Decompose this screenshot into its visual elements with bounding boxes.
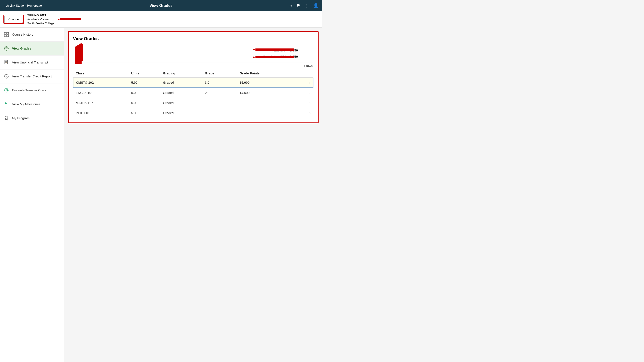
- cell-class: ENGL& 101: [73, 88, 128, 98]
- cell-grade: [202, 98, 237, 108]
- view-grades-panel: View Grades Term GPA 2.950: [68, 31, 318, 123]
- chart-icon: [4, 45, 10, 51]
- main-layout: Course History View Grades View Unoffici…: [0, 28, 322, 362]
- college-label: South Seattle College: [27, 21, 54, 25]
- svg-rect-5: [7, 35, 8, 37]
- page-title: View Grades: [150, 3, 172, 8]
- cell-units: 5.00: [128, 98, 160, 108]
- cell-grade-points: 14.500: [237, 88, 298, 98]
- grades-table-body: CMST& 102 5.00 Graded 3.0 15.000 › ENGL&…: [73, 77, 313, 118]
- col-grading: Grading: [160, 69, 202, 77]
- table-row[interactable]: PHIL 110 5.00 Graded ›: [73, 108, 313, 118]
- svg-point-16: [5, 116, 8, 119]
- flag-icon[interactable]: ⚑: [296, 3, 300, 8]
- more-options-icon[interactable]: ⋮: [304, 3, 309, 8]
- svg-rect-4: [4, 35, 6, 37]
- back-arrow-icon: ‹: [4, 4, 4, 7]
- sidebar-evaluate-transfer-label: Evaluate Transfer Credit: [12, 88, 47, 92]
- header-row: Change SPRING 2021 Academic Career South…: [0, 11, 322, 28]
- ribbon-icon: [4, 115, 10, 121]
- gpa-section: Term GPA 2.950 Cumulative GPA 2.950: [73, 45, 314, 62]
- person-circle-icon: [4, 73, 10, 79]
- cell-grading: Graded: [160, 108, 202, 118]
- sidebar-view-grades-label: View Grades: [12, 46, 31, 50]
- table-row[interactable]: MATH& 107 5.00 Graded ›: [73, 98, 313, 108]
- sidebar-item-course-history[interactable]: Course History: [0, 28, 64, 42]
- sidebar: Course History View Grades View Unoffici…: [0, 28, 64, 362]
- back-button[interactable]: ‹ ctcLink Student Homepage: [4, 4, 42, 7]
- table-row[interactable]: ENGL& 101 5.00 Graded 2.9 14.500 ›: [73, 88, 313, 98]
- gpa-left-arrows: [253, 45, 296, 62]
- cell-class: CMST& 102: [73, 77, 128, 88]
- cell-grade-points: 15.000: [237, 77, 298, 88]
- grid-icon: [4, 31, 10, 37]
- main-content: View Grades Term GPA 2.950: [64, 28, 322, 362]
- cell-grading: Graded: [160, 88, 202, 98]
- cell-grade: 2.9: [202, 88, 237, 98]
- sidebar-course-history-label: Course History: [12, 32, 33, 36]
- sidebar-item-view-transfer-credit-report[interactable]: View Transfer Credit Report: [0, 69, 64, 83]
- sidebar-item-evaluate-transfer-credit[interactable]: Evaluate Transfer Credit: [0, 83, 64, 97]
- change-button[interactable]: Change: [4, 16, 23, 23]
- cell-grade: 3.0: [202, 77, 237, 88]
- svg-point-13: [4, 88, 8, 92]
- star-doc-icon: [4, 59, 10, 65]
- cell-class: PHIL 110: [73, 108, 128, 118]
- table-row[interactable]: CMST& 102 5.00 Graded 3.0 15.000 ›: [73, 77, 313, 88]
- sidebar-my-milestones-label: View My Milestones: [12, 102, 40, 106]
- col-grade: Grade: [202, 69, 237, 77]
- view-grades-heading: View Grades: [73, 36, 314, 41]
- sidebar-my-program-label: My Program: [12, 116, 30, 120]
- table-header: Class Units Grading Grade Grade Points: [73, 69, 313, 77]
- row-chevron[interactable]: ›: [298, 88, 313, 98]
- rows-count: 4 rows: [73, 62, 314, 69]
- col-grade-points: Grade Points: [237, 69, 298, 77]
- cell-class: MATH& 107: [73, 98, 128, 108]
- milestone-flag-icon: [4, 101, 10, 107]
- cell-units: 5.00: [128, 108, 160, 118]
- cell-units: 5.00: [128, 77, 160, 88]
- col-class: Class: [73, 69, 128, 77]
- svg-rect-7: [5, 60, 8, 64]
- cell-grade-points: [237, 108, 298, 118]
- back-label: ctcLink Student Homepage: [6, 4, 42, 7]
- sidebar-transfer-credit-report-label: View Transfer Credit Report: [12, 74, 52, 78]
- row-chevron[interactable]: ›: [298, 98, 313, 108]
- change-button-wrapper: Change: [4, 15, 24, 24]
- sidebar-item-my-program[interactable]: My Program: [0, 111, 64, 125]
- svg-rect-2: [4, 32, 6, 34]
- cell-grade-points: [237, 98, 298, 108]
- grades-table: Class Units Grading Grade Grade Points C…: [73, 69, 314, 118]
- term-info: SPRING 2021 Academic Career South Seattl…: [27, 13, 54, 25]
- home-icon[interactable]: ⌂: [290, 3, 292, 8]
- nav-icons-group: ⌂ ⚑ ⋮ 👤: [290, 3, 318, 8]
- sidebar-item-view-unofficial-transcript[interactable]: View Unofficial Transcript: [0, 55, 64, 69]
- red-arrow-right-indicator: [58, 15, 84, 23]
- user-icon[interactable]: 👤: [313, 3, 318, 8]
- cell-units: 5.00: [128, 88, 160, 98]
- cell-grading: Graded: [160, 77, 202, 88]
- cell-grading: Graded: [160, 98, 202, 108]
- cell-grade: [202, 108, 237, 118]
- col-units: Units: [128, 69, 160, 77]
- sidebar-item-view-my-milestones[interactable]: View My Milestones: [0, 97, 64, 111]
- sidebar-item-view-grades[interactable]: View Grades: [0, 42, 64, 55]
- sidebar-unofficial-transcript-label: View Unofficial Transcript: [12, 60, 48, 64]
- term-label: SPRING 2021: [27, 13, 54, 17]
- career-label: Academic Career: [27, 17, 54, 21]
- svg-point-12: [6, 75, 7, 76]
- red-down-arrow: [75, 43, 88, 64]
- arrow-circle-icon: [4, 87, 10, 93]
- row-chevron[interactable]: ›: [298, 108, 313, 118]
- svg-rect-3: [7, 32, 8, 34]
- row-chevron[interactable]: ›: [298, 77, 313, 88]
- top-nav-bar: ‹ ctcLink Student Homepage View Grades ⌂…: [0, 0, 322, 11]
